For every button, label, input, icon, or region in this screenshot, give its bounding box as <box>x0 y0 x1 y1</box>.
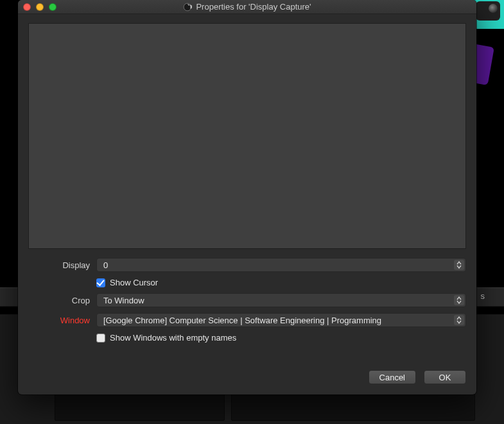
window-select[interactable]: [Google Chrome] Computer Science | Softw… <box>96 313 466 327</box>
crop-select[interactable]: To Window <box>96 293 466 307</box>
dialog-footer: Cancel OK <box>18 370 476 394</box>
show-empty-names-checkbox[interactable] <box>96 334 105 343</box>
window-title: Properties for 'Display Capture' <box>196 2 311 12</box>
dialog-content: Display 0 Show Cursor Crop To Window <box>18 14 476 370</box>
background-cut-text: s <box>481 291 485 301</box>
cancel-button[interactable]: Cancel <box>369 370 416 384</box>
show-cursor-checkbox[interactable] <box>96 278 105 287</box>
ok-button-label: OK <box>439 373 451 382</box>
show-cursor-label: Show Cursor <box>110 278 158 287</box>
show-empty-names-row: Show Windows with empty names <box>96 333 466 343</box>
window-controls <box>18 3 56 11</box>
show-cursor-row: Show Cursor <box>96 278 466 287</box>
minimize-window-button[interactable] <box>36 3 44 11</box>
stepper-icon <box>454 260 464 270</box>
zoom-window-button[interactable] <box>49 3 56 11</box>
window-label: Window <box>28 316 90 325</box>
properties-form: Display 0 Show Cursor Crop To Window <box>28 258 466 343</box>
cancel-button-label: Cancel <box>379 373 405 382</box>
show-empty-names-label: Show Windows with empty names <box>110 333 236 343</box>
preview-area <box>28 23 466 249</box>
stepper-icon <box>454 315 464 325</box>
crop-label: Crop <box>28 296 90 305</box>
window-select-value: [Google Chrome] Computer Science | Softw… <box>103 316 381 325</box>
camera-icon <box>476 1 500 21</box>
ok-button[interactable]: OK <box>424 370 466 384</box>
svg-point-0 <box>184 3 192 11</box>
close-window-button[interactable] <box>23 3 31 11</box>
display-select-value: 0 <box>103 260 108 270</box>
window-title-wrap: Properties for 'Display Capture' <box>18 2 476 12</box>
titlebar: Properties for 'Display Capture' <box>18 0 476 14</box>
properties-dialog: Properties for 'Display Capture' Display… <box>18 0 476 394</box>
obs-icon <box>183 3 192 12</box>
stepper-icon <box>454 295 464 305</box>
display-select[interactable]: 0 <box>96 258 466 272</box>
crop-select-value: To Window <box>103 296 144 305</box>
display-label: Display <box>28 260 90 270</box>
